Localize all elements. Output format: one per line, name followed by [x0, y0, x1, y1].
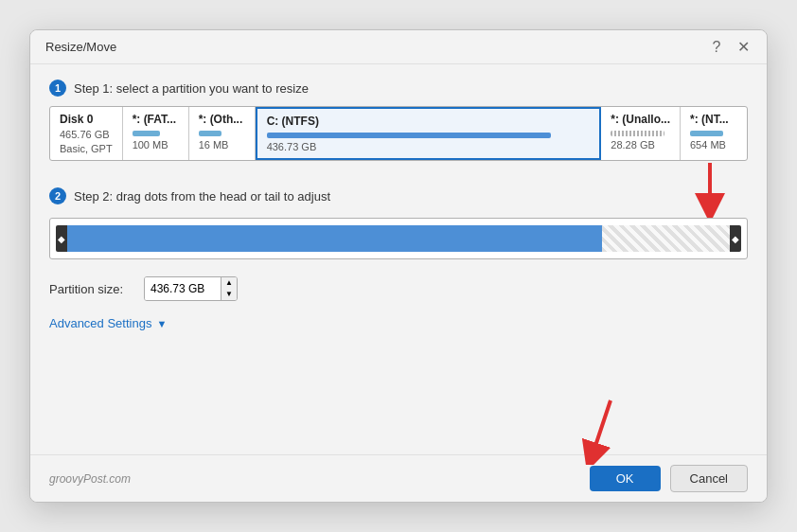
step2-label: Step 2: drag dots from the head or tail …: [74, 189, 330, 204]
resize-fill: [67, 225, 602, 252]
footer: groovyPost.com OK Cancel: [30, 454, 767, 502]
resize-bar-inner: ◆ ◆: [56, 225, 741, 252]
fat-label: *: (FAT...: [133, 113, 179, 126]
title-bar-buttons: ? ✕: [706, 37, 753, 58]
size-row: Partition size: ▲ ▼: [49, 276, 748, 301]
resize-handle-right[interactable]: ◆: [730, 225, 741, 252]
unalloc-label: *: (Unallo...: [611, 113, 670, 126]
oth-bar: [199, 131, 222, 136]
help-button[interactable]: ?: [706, 37, 727, 58]
ntfs-c-label: C: (NTFS): [267, 115, 591, 128]
oth-label: *: (Oth...: [199, 113, 245, 126]
ok-button[interactable]: OK: [590, 466, 661, 491]
size-spinner: ▲ ▼: [221, 277, 237, 300]
resize-move-dialog: Resize/Move ? ✕ 1 Step 1: select a parti…: [29, 29, 768, 503]
partition-col-fat[interactable]: *: (FAT... 100 MB: [123, 107, 189, 160]
partition-col-ntfs-c[interactable]: C: (NTFS) 436.73 GB: [256, 107, 602, 160]
step2-header: 2 Step 2: drag dots from the head or tai…: [49, 187, 748, 204]
nt-small-sub1: 654 MB: [690, 139, 737, 151]
fat-sub1: 100 MB: [133, 139, 179, 151]
arrow1-svg: [672, 161, 738, 218]
size-input[interactable]: [145, 277, 221, 300]
nt-small-label: *: (NT...: [690, 113, 737, 126]
spinner-down[interactable]: ▼: [221, 289, 237, 300]
step2-circle: 2: [49, 187, 66, 204]
resize-bar-outer: ◆ ◆: [49, 218, 748, 259]
fat-bar: [133, 131, 160, 136]
oth-sub1: 16 MB: [199, 139, 245, 151]
brand-label: groovyPost.com: [49, 472, 131, 486]
cancel-button[interactable]: Cancel: [670, 465, 748, 492]
unalloc-bar: [611, 131, 664, 136]
dialog-title: Resize/Move: [45, 40, 116, 54]
step1-circle: 1: [49, 80, 66, 97]
advanced-settings-label: Advanced Settings: [49, 316, 151, 330]
step1-header: 1 Step 1: select a partition you want to…: [49, 80, 748, 97]
partition-table-wrapper: Disk 0 465.76 GB Basic, GPT *: (FAT... 1…: [49, 106, 748, 161]
ntfs-c-bar: [267, 133, 552, 138]
spinner-up[interactable]: ▲: [221, 277, 237, 289]
title-bar: Resize/Move ? ✕: [30, 30, 767, 64]
partition-col-nt-small[interactable]: *: (NT... 654 MB: [681, 107, 747, 160]
nt-small-bar: [690, 131, 723, 136]
step1-label: Step 1: select a partition you want to r…: [74, 81, 309, 96]
advanced-settings[interactable]: Advanced Settings ▼: [49, 316, 748, 330]
partition-table: Disk 0 465.76 GB Basic, GPT *: (FAT... 1…: [49, 106, 748, 161]
ntfs-c-sub1: 436.73 GB: [267, 141, 591, 152]
disk0-label: Disk 0: [60, 113, 113, 126]
disk0-sub2: Basic, GPT: [60, 143, 113, 154]
step2-section: 2 Step 2: drag dots from the head or tai…: [49, 187, 748, 259]
partition-col-unalloc[interactable]: *: (Unallo... 28.28 GB: [601, 107, 681, 160]
partition-size-label: Partition size:: [49, 282, 134, 296]
unalloc-sub1: 28.28 GB: [611, 139, 670, 151]
step1-section: 1 Step 1: select a partition you want to…: [49, 80, 748, 161]
disk0-sub1: 465.76 GB: [60, 129, 113, 140]
partition-col-oth[interactable]: *: (Oth... 16 MB: [189, 107, 256, 160]
close-button[interactable]: ✕: [733, 37, 753, 58]
partition-col-disk0[interactable]: Disk 0 465.76 GB Basic, GPT: [50, 107, 123, 160]
resize-handle-left[interactable]: ◆: [56, 225, 67, 252]
size-input-wrap: ▲ ▼: [144, 276, 238, 301]
dialog-content: 1 Step 1: select a partition you want to…: [30, 64, 767, 454]
footer-buttons: OK Cancel: [590, 465, 748, 492]
resize-unalloc: [602, 225, 730, 252]
advanced-settings-arrow: ▼: [156, 318, 167, 329]
resize-bar-container: ◆ ◆: [49, 218, 748, 259]
